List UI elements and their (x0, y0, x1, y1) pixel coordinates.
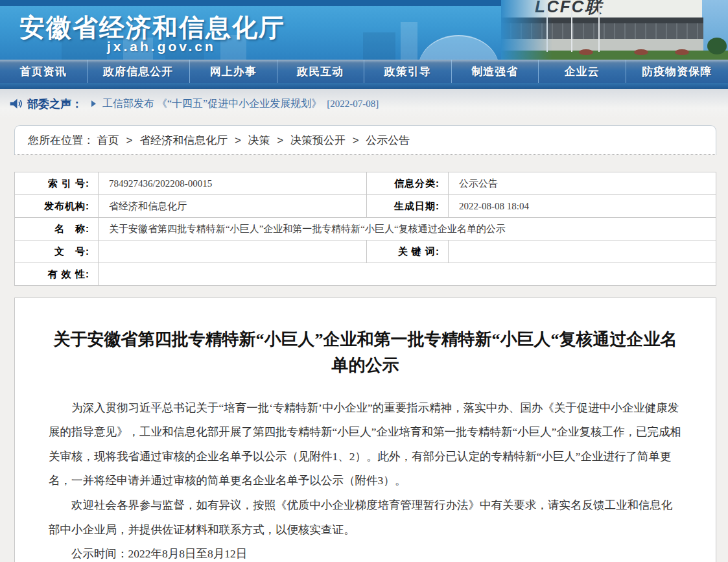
generate-date-value: 2022-08-08 18:04 (449, 195, 716, 218)
index-number-label: 索 引 号: (15, 172, 99, 195)
breadcrumb: 您所在位置： 首页 > 省经济和信息化厅 > 决策 > 决策预公开 > 公示公告 (14, 125, 716, 155)
shrub-shape (634, 49, 648, 55)
site-banner: 安徽省经济和信息化厅 jx.ah.gov.cn LCFC联 (0, 0, 728, 60)
nav-item-epidemic-supplies[interactable]: 防疫物资保障 (626, 60, 728, 83)
factory-photo: LCFC联 (501, 0, 728, 60)
breadcrumb-separator: > (235, 134, 241, 146)
breadcrumb-label: 您所在位置： (28, 134, 94, 146)
breadcrumb-decision[interactable]: 决策 (248, 134, 270, 146)
info-category-label: 信息分类: (367, 172, 449, 195)
article-panel: 关于安徽省第四批专精特新“小巨人”企业和第一批专精特新“小巨人“复核通过企业名单… (14, 298, 716, 562)
article-paragraph: 为深入贯彻习近平总书记关于“培育一批‘专精特新’中小企业”的重要指示精神，落实中… (49, 396, 682, 494)
main-nav: 首页资讯 政府信息公开 网上办事 政民互动 政策引导 制造强省 企业云 防疫物资… (0, 60, 728, 83)
breadcrumb-announcements[interactable]: 公示公告 (366, 134, 410, 146)
shrub-shape (579, 49, 593, 55)
doc-number-label: 文 号: (15, 240, 99, 263)
building-shape (401, 22, 417, 60)
shrub-shape (675, 49, 689, 55)
article-body: 为深入贯彻习近平总书记关于“培育一批‘专精特新’中小企业”的重要指示精神，落实中… (49, 396, 682, 562)
doc-number-value (99, 240, 367, 263)
nav-item-policy-guide[interactable]: 政策引导 (364, 60, 452, 83)
nav-item-enterprise-cloud[interactable]: 企业云 (539, 60, 626, 83)
publisher-label: 发布机构: (15, 195, 99, 218)
speaker-icon (9, 97, 22, 110)
validity-label: 有 效 性: (15, 263, 99, 286)
generate-date-label: 生成日期: (367, 195, 449, 218)
info-category-value: 公示公告 (449, 172, 716, 195)
nav-bottom-strip (0, 83, 728, 89)
flagpole-shape (571, 4, 572, 52)
breadcrumb-separator: > (277, 134, 283, 146)
table-row: 发布机构: 省经济和信息化厅 生成日期: 2022-08-08 18:04 (15, 195, 716, 218)
breadcrumb-home[interactable]: 首页 (97, 134, 119, 146)
breadcrumb-pre-disclosure[interactable]: 决策预公开 (290, 134, 346, 146)
publicity-period-line: 公示时间：2022年8月8日至8月12日 (49, 542, 682, 562)
doc-name-label: 名 称: (15, 218, 99, 240)
nav-item-online-services[interactable]: 网上办事 (190, 60, 277, 83)
site-url: jx.ah.gov.cn (107, 39, 216, 54)
building-shape (363, 32, 395, 60)
table-row: 有 效 性: (15, 263, 716, 286)
keyword-label: 关 键 词: (367, 240, 449, 263)
tree-shape (707, 38, 727, 54)
table-row: 文 号: 关 键 词: (15, 240, 716, 263)
nav-item-interaction[interactable]: 政民互动 (277, 60, 365, 83)
ticker-news-date: [2022-07-08] (327, 99, 379, 110)
nav-item-manufacturing[interactable]: 制造强省 (452, 60, 539, 83)
breadcrumb-separator: > (353, 134, 359, 146)
breadcrumb-separator: > (126, 134, 132, 146)
table-row: 名 称: 关于安徽省第四批专精特新“小巨人”企业和第一批专精特新“小巨人“复核通… (15, 218, 716, 240)
index-number-value: 784927436/202208-00015 (99, 172, 367, 195)
doc-name-value: 关于安徽省第四批专精特新“小巨人”企业和第一批专精特新“小巨人“复核通过企业名单… (99, 218, 716, 240)
photo-left-blend (501, 0, 552, 60)
arrow-right-icon (91, 100, 96, 107)
validity-value (99, 263, 716, 286)
breadcrumb-department[interactable]: 省经济和信息化厅 (139, 134, 228, 146)
nav-item-gov-info[interactable]: 政府信息公开 (88, 60, 191, 83)
document-meta-table: 索 引 号: 784927436/202208-00015 信息分类: 公示公告… (14, 172, 716, 286)
ticker-title: 部委之声： (27, 97, 82, 111)
table-row: 索 引 号: 784927436/202208-00015 信息分类: 公示公告 (15, 172, 716, 195)
ticker-news-link[interactable]: 工信部发布 《“十四五”促进中小企业发展规划》 (102, 97, 322, 111)
article-paragraph: 欢迎社会各界参与监督，如有异议，按照《优质中小企业梯度培育管理暂行办法》中有关要… (49, 493, 682, 542)
keyword-value (449, 240, 716, 263)
nav-item-home[interactable]: 首页资讯 (0, 60, 88, 83)
news-ticker: 部委之声： 工信部发布 《“十四五”促进中小企业发展规划》 [2022-07-0… (0, 89, 728, 119)
publisher-value: 省经济和信息化厅 (99, 195, 367, 218)
article-title: 关于安徽省第四批专精特新“小巨人”企业和第一批专精特新“小巨人“复核通过企业名单… (49, 327, 682, 379)
flagpole-shape (598, 4, 600, 52)
dome-building-shape (418, 35, 499, 60)
